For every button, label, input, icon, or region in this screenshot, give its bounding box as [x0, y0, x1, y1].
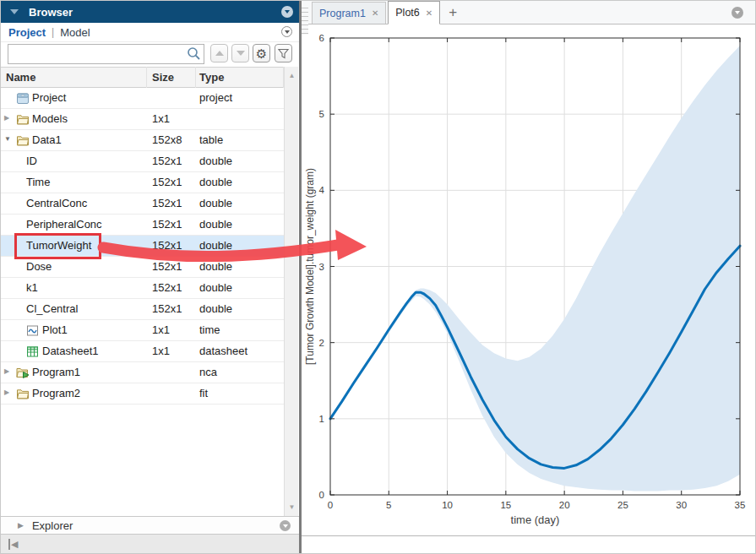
- expand-tree-icon[interactable]: ▶: [4, 367, 14, 375]
- vertical-scrollbar[interactable]: ▲ ▼: [284, 67, 298, 516]
- project-icon: [16, 92, 30, 105]
- folder-icon: [16, 113, 30, 126]
- browser-toolbar: ⚙: [1, 42, 299, 67]
- row-size: 152x1: [152, 197, 182, 209]
- table-row[interactable]: TumorWeight152x1double: [1, 236, 284, 257]
- row-size: 152x1: [152, 155, 182, 167]
- settings-button[interactable]: ⚙: [253, 44, 270, 62]
- tab-plot6[interactable]: Plot6✕: [388, 1, 440, 24]
- table-row[interactable]: Plot11x1time: [1, 320, 284, 341]
- row-type: datasheet: [199, 345, 247, 357]
- table-row[interactable]: ▶Program2fit: [1, 383, 284, 405]
- down-arrow-icon: [237, 51, 245, 56]
- row-name: Cl_Central: [26, 302, 78, 315]
- column-header-name[interactable]: Name: [6, 71, 35, 84]
- row-type: double: [199, 176, 232, 188]
- plot-panel: 051015202530350123456time (day)[Tumor Gr…: [302, 1, 756, 554]
- search-icon: [187, 46, 201, 61]
- column-header-type[interactable]: Type: [199, 71, 224, 84]
- tab-bar-menu-icon[interactable]: [732, 7, 743, 19]
- app-window: Browser Project | Model ⚙: [0, 0, 756, 554]
- x-tick-label: 10: [442, 500, 453, 510]
- table-header: Name Size Type: [1, 67, 284, 88]
- row-type: project: [199, 91, 232, 104]
- row-size: 152x1: [152, 176, 182, 188]
- scroll-up-icon[interactable]: ▲: [285, 72, 299, 79]
- close-tab-icon[interactable]: ✕: [372, 8, 378, 18]
- filter-icon: [278, 48, 289, 59]
- table-row[interactable]: Datasheet11x1datasheet: [1, 341, 284, 362]
- explorer-menu-icon[interactable]: [280, 520, 291, 531]
- row-size: 152x1: [152, 281, 182, 294]
- plot-canvas[interactable]: 051015202530350123456time (day)[Tumor Gr…: [302, 1, 756, 554]
- row-name: Datasheet1: [42, 345, 99, 357]
- breadcrumb-model-link[interactable]: Model: [60, 26, 90, 39]
- x-tick-label: 15: [500, 500, 511, 510]
- filter-button[interactable]: [275, 44, 292, 62]
- tab-label: Plot6: [395, 7, 420, 19]
- row-name: k1: [26, 281, 38, 294]
- table-row[interactable]: ▼Data1152x8table: [1, 130, 284, 151]
- breadcrumb-project-link[interactable]: Project: [8, 26, 46, 39]
- panel-menu-icon[interactable]: [281, 6, 293, 18]
- breadcrumb-menu-icon[interactable]: [281, 26, 292, 37]
- row-size: 152x8: [152, 133, 182, 146]
- column-header-size[interactable]: Size: [152, 71, 174, 84]
- y-tick-label: 1: [319, 414, 324, 424]
- table-row[interactable]: ID152x1double: [1, 151, 284, 172]
- row-name: Plot1: [42, 323, 68, 336]
- row-type: double: [199, 260, 232, 273]
- table-row[interactable]: Cl_Central152x1double: [1, 299, 284, 320]
- table-row[interactable]: Projectproject: [1, 88, 284, 109]
- folder-icon: [16, 134, 30, 147]
- tab-program1[interactable]: Program1✕: [312, 2, 386, 24]
- table-row[interactable]: Dose152x1double: [1, 257, 284, 278]
- y-tick-label: 4: [319, 185, 325, 195]
- table-row[interactable]: ▶Models1x1: [1, 109, 284, 130]
- explorer-panel-header[interactable]: ▶ Explorer: [1, 516, 299, 535]
- row-type: double: [199, 281, 232, 294]
- expand-tree-icon[interactable]: ▶: [4, 114, 14, 122]
- breadcrumb-separator: |: [52, 26, 54, 38]
- row-name: PeripheralConc: [26, 218, 102, 231]
- table-row[interactable]: ▶Program1nca: [1, 362, 284, 383]
- table-row[interactable]: Time152x1double: [1, 172, 284, 193]
- collapse-panel-icon[interactable]: [10, 9, 19, 14]
- x-axis-label: time (day): [511, 513, 560, 526]
- add-tab-button[interactable]: +: [449, 5, 457, 19]
- row-type: double: [199, 155, 232, 167]
- gear-icon: ⚙: [256, 47, 267, 60]
- y-tick-label: 6: [319, 33, 324, 43]
- program-icon: [16, 367, 30, 379]
- collapse-sidebar-icon[interactable]: ◀: [8, 539, 18, 550]
- search-next-button[interactable]: [231, 44, 249, 62]
- close-tab-icon[interactable]: ✕: [426, 8, 432, 18]
- search-input[interactable]: [8, 44, 204, 64]
- splitter-grip-icon[interactable]: [302, 6, 308, 35]
- y-tick-label: 3: [319, 262, 324, 272]
- row-type: double: [199, 302, 232, 315]
- explorer-title: Explorer: [32, 519, 73, 532]
- y-tick-label: 5: [319, 109, 324, 119]
- row-name: TumorWeight: [26, 239, 91, 252]
- collapse-tree-icon[interactable]: ▼: [4, 135, 14, 143]
- table-row[interactable]: CentralConc152x1double: [1, 193, 284, 215]
- row-type: time: [199, 323, 220, 336]
- x-tick-label: 20: [559, 500, 570, 510]
- x-tick-label: 5: [386, 500, 391, 510]
- table-row[interactable]: k1152x1double: [1, 278, 284, 299]
- expand-icon[interactable]: ▶: [18, 521, 24, 530]
- x-tick-label: 30: [676, 500, 687, 510]
- tab-label: Program1: [319, 8, 366, 19]
- row-name: Dose: [26, 260, 52, 273]
- row-name: Time: [26, 176, 50, 188]
- row-type: double: [199, 239, 232, 252]
- y-tick-label: 2: [319, 338, 324, 348]
- scroll-down-icon[interactable]: ▼: [285, 503, 299, 511]
- browser-panel: Browser Project | Model ⚙: [1, 1, 299, 554]
- row-size: 1x1: [152, 323, 170, 336]
- expand-tree-icon[interactable]: ▶: [4, 388, 14, 396]
- browser-panel-header[interactable]: Browser: [1, 1, 299, 23]
- search-previous-button[interactable]: [210, 44, 228, 62]
- table-row[interactable]: PeripheralConc152x1double: [1, 215, 284, 236]
